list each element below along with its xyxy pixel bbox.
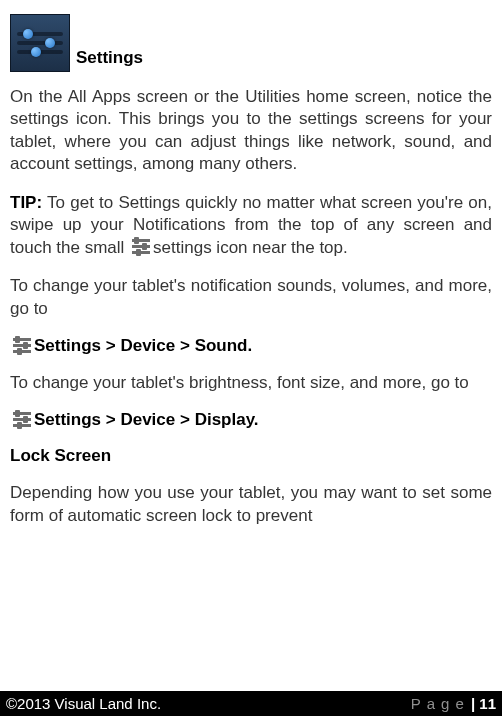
footer-spacer	[10, 527, 492, 559]
slider-thumb-1	[23, 29, 33, 39]
slider-track-1	[17, 32, 63, 36]
sound-lead-paragraph: To change your tablet's notification sou…	[10, 275, 492, 320]
page-number: | 11	[471, 695, 496, 712]
slider-track-2	[17, 41, 63, 45]
page-indicator: Page | 11	[411, 695, 496, 712]
copyright-text: ©2013 Visual Land Inc.	[6, 695, 161, 712]
sound-path-text: Settings > Device > Sound.	[34, 336, 252, 356]
settings-sliders-icon	[11, 410, 33, 430]
display-path-line: Settings > Device > Display.	[10, 410, 492, 430]
slider-thumb-2	[45, 38, 55, 48]
lock-screen-heading: Lock Screen	[10, 446, 492, 466]
tip-label: TIP:	[10, 193, 42, 212]
display-lead-paragraph: To change your tablet's brightness, font…	[10, 372, 492, 394]
tip-paragraph: TIP: To get to Settings quickly no matte…	[10, 192, 492, 259]
tip-text-part2: settings icon near the top.	[153, 238, 348, 257]
settings-app-icon	[10, 14, 70, 72]
intro-paragraph: On the All Apps screen or the Utilities …	[10, 86, 492, 176]
slider-thumb-3	[31, 47, 41, 57]
document-page: Settings On the All Apps screen or the U…	[0, 0, 502, 559]
settings-sliders-icon	[11, 336, 33, 356]
display-path-text: Settings > Device > Display.	[34, 410, 259, 430]
settings-sliders-icon	[130, 237, 152, 257]
slider-track-3	[17, 50, 63, 54]
page-label: Page	[411, 695, 470, 712]
settings-header-row: Settings	[10, 14, 492, 72]
sound-path-line: Settings > Device > Sound.	[10, 336, 492, 356]
settings-heading: Settings	[76, 48, 143, 68]
lock-body-paragraph: Depending how you use your tablet, you m…	[10, 482, 492, 527]
page-footer: ©2013 Visual Land Inc. Page | 11	[0, 691, 502, 716]
